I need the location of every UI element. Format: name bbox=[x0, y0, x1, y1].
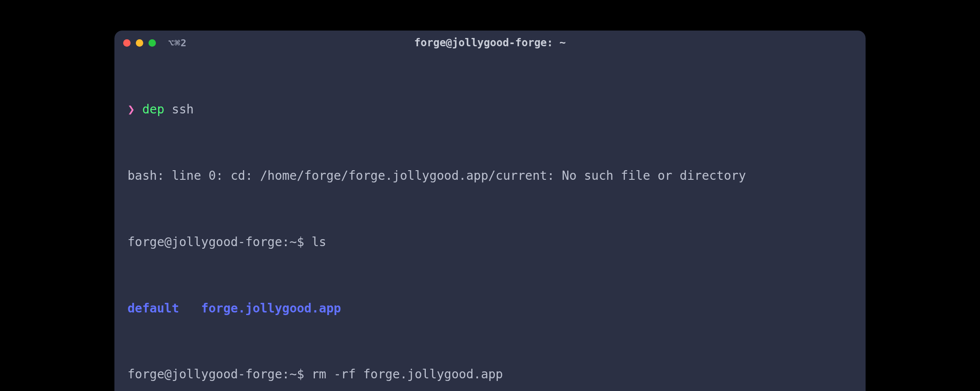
directory-name: forge.jollygood.app bbox=[201, 300, 341, 318]
command-name: rm -rf forge.jollygood.app bbox=[311, 367, 503, 381]
command-name: dep bbox=[142, 102, 165, 117]
minimize-icon[interactable] bbox=[136, 39, 143, 47]
command-arg: ssh bbox=[172, 102, 194, 117]
title-bar: ⌥⌘2 forge@jollygood-forge: ~ bbox=[114, 31, 866, 55]
terminal-output: bash: line 0: cd: /home/forge/forge.joll… bbox=[128, 167, 852, 185]
tab-indicator: ⌥⌘2 bbox=[168, 38, 187, 48]
prompt-chevron-icon: ❯ bbox=[128, 102, 135, 117]
close-icon[interactable] bbox=[123, 39, 131, 47]
terminal-body[interactable]: ❯ dep ssh bash: line 0: cd: /home/forge/… bbox=[114, 55, 866, 391]
directory-name: default bbox=[128, 300, 179, 318]
shell-prompt: forge@jollygood-forge:~$ bbox=[128, 235, 304, 249]
command-name: ls bbox=[311, 235, 326, 249]
ls-output: default forge.jollygood.app bbox=[128, 300, 852, 318]
terminal-line: ❯ dep ssh bbox=[128, 101, 852, 119]
terminal-line: forge@jollygood-forge:~$ rm -rf forge.jo… bbox=[128, 366, 852, 384]
window-controls bbox=[123, 39, 156, 47]
terminal-line: forge@jollygood-forge:~$ ls bbox=[128, 233, 852, 251]
window-title: forge@jollygood-forge: ~ bbox=[114, 37, 866, 49]
shell-prompt: forge@jollygood-forge:~$ bbox=[128, 367, 304, 381]
zoom-icon[interactable] bbox=[148, 39, 156, 47]
terminal-window: ⌥⌘2 forge@jollygood-forge: ~ ❯ dep ssh b… bbox=[114, 31, 866, 391]
